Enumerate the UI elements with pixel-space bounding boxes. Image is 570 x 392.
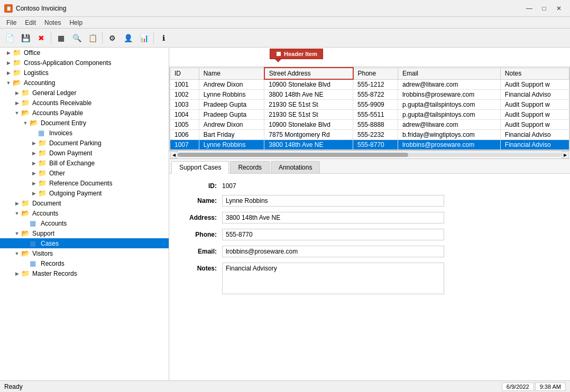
sidebar-item-invoices[interactable]: ▦ Invoices [0, 128, 169, 138]
table-row[interactable]: 1003Pradeep Gupta21930 SE 51st St555-990… [170, 100, 569, 110]
table-row[interactable]: 1007Lynne Robbins3800 148th Ave NE555-87… [170, 140, 569, 150]
sidebar-item-bill-of-exchange[interactable]: ▶ 📁 Bill of Exchange [0, 158, 169, 168]
export-button[interactable]: 📊 [136, 31, 151, 45]
col-header-phone[interactable]: Phone [353, 68, 398, 79]
scroll-right-button[interactable]: ▶ [562, 151, 569, 158]
sidebar-item-document[interactable]: ▶ 📁 Document [0, 198, 169, 208]
horizontal-scrollbar[interactable]: ◀ ▶ [169, 151, 570, 159]
sidebar-item-document-entry[interactable]: ▼ 📂 Document Entry [0, 118, 169, 128]
sidebar-item-accounts-sub[interactable]: ▦ Accounts [0, 218, 169, 228]
sidebar-item-master-records[interactable]: ▶ 📁 Master Records [0, 268, 169, 278]
tabs-container: Support Cases Records Annotations [169, 159, 570, 174]
sidebar-item-document-parking[interactable]: ▶ 📁 Document Parking [0, 138, 169, 148]
sidebar-item-visitors[interactable]: ▼ 📂 Visitors [0, 248, 169, 258]
sidebar-item-outgoing-payment[interactable]: ▶ 📁 Outgoing Payment [0, 188, 169, 198]
expand-icon: ▶ [13, 201, 21, 206]
expand-icon: ▼ [13, 211, 21, 216]
cell-notes: Audit Support w [500, 120, 569, 130]
header-tooltip-label: Header Item [284, 51, 317, 57]
tooltip-area: Header Item [169, 48, 570, 67]
sidebar-item-cross-app[interactable]: ▶ 📁 Cross-Application Components [0, 58, 169, 68]
cell-name: Pradeep Gupta [199, 110, 264, 120]
phone-field-container [222, 229, 444, 240]
cell-email: b.friday@wingtiptoys.com [398, 130, 500, 140]
sidebar-item-accounts-receivable[interactable]: ▶ 📁 Accounts Receivable [0, 98, 169, 108]
tab-annotations[interactable]: Annotations [271, 161, 320, 173]
table-row[interactable]: 1005Andrew Dixon10900 Stonelake Blvd555-… [170, 120, 569, 130]
sidebar-item-accounts[interactable]: ▼ 📂 Accounts [0, 208, 169, 218]
grid-icon: ▦ [30, 259, 39, 267]
save-button[interactable]: 💾 [18, 31, 33, 45]
app-icon: 📋 [4, 4, 13, 13]
menu-help[interactable]: Help [65, 18, 87, 27]
new-button[interactable]: 📄 [2, 31, 17, 45]
sidebar-label: Accounts Payable [32, 109, 83, 117]
cell-email: adrew@litware.com [398, 79, 500, 90]
sidebar: ▶ 📁 Office ▶ 📁 Cross-Application Compone… [0, 48, 169, 380]
table-button[interactable]: ▦ [53, 31, 68, 45]
folder-icon: 📁 [13, 59, 22, 67]
maximize-button[interactable]: □ [537, 3, 551, 14]
sidebar-item-reference-documents[interactable]: ▶ 📁 Reference Documents [0, 178, 169, 188]
col-header-email[interactable]: Email [398, 68, 500, 79]
col-header-address[interactable]: Street Address [264, 68, 353, 79]
sidebar-label: Records [41, 260, 65, 267]
minimize-button[interactable]: — [522, 3, 536, 14]
main-container: ▶ 📁 Office ▶ 📁 Cross-Application Compone… [0, 48, 570, 380]
expand-icon: ▼ [13, 251, 21, 256]
phone-input[interactable] [222, 229, 444, 240]
sidebar-item-cases[interactable]: ▦ Cases [0, 238, 169, 248]
name-input[interactable] [222, 195, 444, 207]
email-input[interactable] [222, 246, 444, 257]
settings-button[interactable]: ⚙ [105, 31, 119, 45]
tab-support-cases[interactable]: Support Cases [171, 161, 229, 174]
user-button[interactable]: 👤 [121, 31, 135, 45]
sidebar-item-office[interactable]: ▶ 📁 Office [0, 48, 169, 58]
col-header-name[interactable]: Name [199, 68, 264, 79]
info-button[interactable]: ℹ [156, 31, 171, 45]
scroll-track[interactable] [178, 153, 562, 157]
toolbar-separator-3 [153, 32, 154, 44]
cell-phone: 555-9909 [353, 100, 398, 110]
form-row-name: Name: [180, 195, 559, 207]
sidebar-item-support[interactable]: ▼ 📂 Support [0, 228, 169, 238]
notes-textarea[interactable] [222, 263, 444, 294]
col-header-id[interactable]: ID [170, 68, 199, 79]
menu-edit[interactable]: Edit [21, 18, 40, 27]
folder-icon: 📁 [13, 69, 22, 77]
sidebar-label: Document Entry [41, 119, 86, 127]
close-button[interactable]: ✕ [552, 3, 566, 14]
sidebar-item-other[interactable]: ▶ 📁 Other [0, 168, 169, 178]
table-row[interactable]: 1006Bart Friday7875 Montgomery Rd555-223… [170, 130, 569, 140]
delete-button[interactable]: ✖ [34, 31, 49, 45]
menu-file[interactable]: File [2, 18, 21, 27]
sidebar-item-logistics[interactable]: ▶ 📁 Logistics [0, 68, 169, 78]
memo-button[interactable]: 📋 [85, 31, 100, 45]
expand-icon: ▶ [13, 100, 21, 106]
cell-notes: Audit Support w [500, 79, 569, 90]
scroll-left-button[interactable]: ◀ [170, 151, 178, 158]
cell-name: Andrew Dixon [199, 79, 264, 90]
folder-icon: 📁 [21, 199, 31, 207]
sidebar-item-general-ledger[interactable]: ▶ 📁 General Ledger [0, 88, 169, 98]
cell-email: lrobbins@proseware.com [398, 140, 500, 150]
sidebar-item-down-payment[interactable]: ▶ 📁 Down Payment [0, 148, 169, 158]
sidebar-item-records[interactable]: ▦ Records [0, 258, 169, 268]
tab-records[interactable]: Records [230, 161, 270, 173]
sidebar-item-accounting[interactable]: ▼ 📂 Accounting [0, 78, 169, 88]
menu-notes[interactable]: Notes [40, 18, 65, 27]
scroll-thumb[interactable] [178, 153, 408, 157]
address-input[interactable] [222, 212, 444, 223]
col-header-notes[interactable]: Notes [500, 68, 569, 79]
grid-icon: ▦ [30, 239, 39, 247]
sidebar-label: Cases [41, 240, 59, 247]
table-row[interactable]: 1001Andrew Dixon10900 Stonelake Blvd555-… [170, 79, 569, 90]
folder-icon: 📁 [21, 269, 31, 277]
expand-icon: ▶ [30, 191, 38, 196]
table-row[interactable]: 1004Pradeep Gupta21930 SE 51st St555-551… [170, 110, 569, 120]
sidebar-item-accounts-payable[interactable]: ▼ 📂 Accounts Payable [0, 108, 169, 118]
expand-icon: ▶ [30, 151, 38, 156]
search-button[interactable]: 🔍 [69, 31, 84, 45]
sidebar-label: Invoices [49, 129, 72, 137]
table-row[interactable]: 1002Lynne Robbins3800 148th Ave NE555-87… [170, 90, 569, 100]
